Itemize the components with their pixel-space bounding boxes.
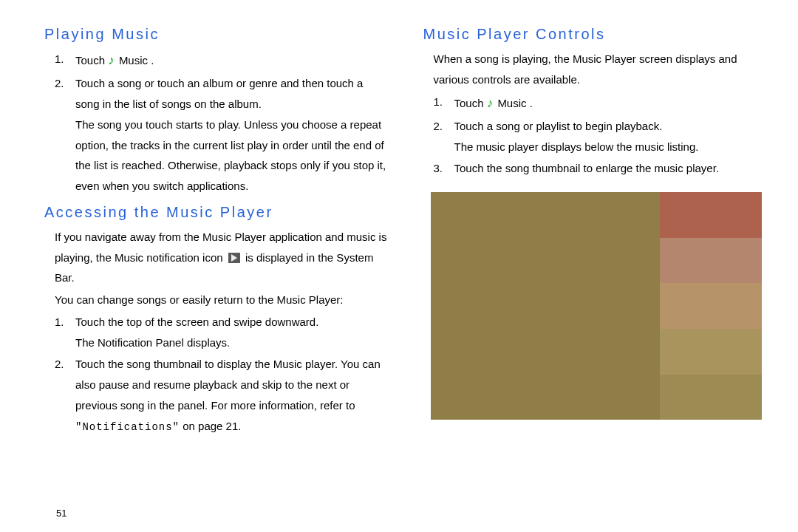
ctrl-step-3a: Touch the song thumbnail to enlarge the … (454, 162, 720, 174)
accessing-para-2: You can change songs or easily return to… (44, 290, 390, 310)
controls-steps: 1. Touch ♪ Music . 2. Touch a song or pl… (423, 92, 769, 180)
access-step-1b: The Notification Panel displays. (75, 332, 390, 353)
ctrl-step-1: 1. Touch ♪ Music . (434, 92, 769, 115)
notifications-ref: "Notifications" (75, 421, 180, 433)
ctrl-step-1a: Touch (454, 97, 484, 109)
access-step-2a: Touch the song thumbnail to display the … (75, 358, 381, 412)
controls-intro: When a song is playing, the Music Player… (423, 49, 769, 90)
ctrl-step-2: 2. Touch a song or playlist to begin pla… (434, 116, 769, 157)
screenshot-main-area (431, 192, 660, 420)
strip-1 (660, 192, 762, 238)
accessing-para-1: If you navigate away from the Music Play… (44, 227, 390, 288)
step-1-text-b: Music . (119, 54, 154, 66)
manual-page: Playing Music 1. Touch ♪ Music . 2. Touc… (0, 0, 798, 439)
ctrl-step-3: 3. Touch the song thumbnail to enlarge t… (434, 158, 769, 179)
play-icon (228, 253, 240, 263)
music-note-icon: ♪ (108, 49, 115, 72)
page-number: 51 (56, 508, 66, 519)
ctrl-step-2a: Touch a song or playlist to begin playba… (454, 120, 663, 132)
access-step-2b: on page 21. (180, 420, 241, 432)
screenshot-side-strips (660, 192, 762, 420)
right-column: Music Player Controls When a song is pla… (420, 26, 769, 439)
playing-music-steps: 1. Touch ♪ Music . 2. Touch a song or to… (44, 49, 390, 197)
strip-3 (660, 283, 762, 329)
heading-controls: Music Player Controls (423, 26, 769, 43)
strip-5 (660, 375, 762, 420)
ctrl-step-1b: Music . (497, 97, 533, 109)
strip-4 (660, 329, 762, 375)
step-1-text-a: Touch (75, 54, 105, 66)
step-2: 2. Touch a song or touch an album or gen… (55, 73, 390, 197)
music-player-screenshot (431, 192, 762, 420)
access-step-2: 2. Touch the song thumbnail to display t… (55, 354, 390, 437)
music-note-icon: ♪ (487, 92, 494, 115)
left-column: Playing Music 1. Touch ♪ Music . 2. Touc… (44, 26, 398, 439)
step-1: 1. Touch ♪ Music . (55, 49, 390, 72)
strip-2 (660, 238, 762, 284)
step-2-text-b: The song you touch starts to play. Unles… (75, 115, 390, 197)
access-step-1: 1. Touch the top of the screen and swipe… (55, 312, 390, 353)
ctrl-step-2b: The music player displays below the musi… (454, 137, 769, 157)
step-2-text-a: Touch a song or touch an album or genre … (75, 77, 363, 110)
access-step-1a: Touch the top of the screen and swipe do… (75, 316, 318, 328)
heading-playing-music: Playing Music (44, 26, 390, 43)
heading-accessing: Accessing the Music Player (44, 204, 390, 221)
accessing-steps: 1. Touch the top of the screen and swipe… (44, 312, 390, 437)
